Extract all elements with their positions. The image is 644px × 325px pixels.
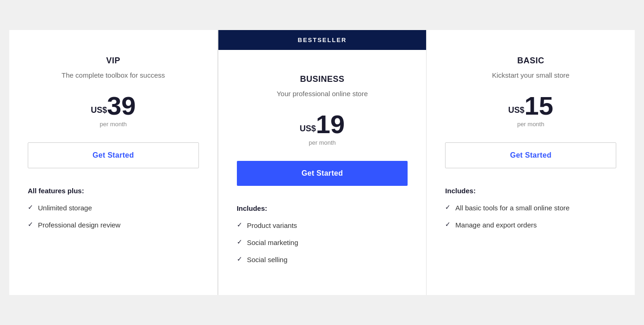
plan-basic-name: BASIC bbox=[445, 56, 616, 66]
plan-business-name: BUSINESS bbox=[237, 74, 408, 84]
feature-text: Manage and export orders bbox=[455, 220, 537, 230]
plan-vip-cta[interactable]: Get Started bbox=[28, 142, 199, 168]
plan-business-price-amount: US$ 19 bbox=[237, 111, 408, 137]
plan-business-currency: US$ bbox=[300, 124, 316, 134]
list-item: ✓ Unlimited storage bbox=[28, 203, 199, 213]
list-item: ✓ Social marketing bbox=[237, 238, 408, 247]
list-item: ✓ Product variants bbox=[237, 221, 408, 230]
plan-basic-cta[interactable]: Get Started bbox=[445, 142, 616, 168]
feature-text: Product variants bbox=[247, 221, 297, 230]
plan-business-description: Your professional online store bbox=[237, 89, 408, 98]
plan-business-number: 19 bbox=[316, 111, 345, 137]
plan-basic-number: 15 bbox=[525, 93, 553, 119]
plan-business-features: Includes: ✓ Product variants ✓ Social ma… bbox=[237, 204, 408, 272]
plan-vip-number: 39 bbox=[107, 93, 136, 119]
plan-vip-price-amount: US$ 39 bbox=[28, 93, 199, 119]
plan-vip-features: All features plus: ✓ Unlimited storage ✓… bbox=[28, 187, 199, 237]
plan-business-price-block: US$ 19 per month bbox=[237, 111, 408, 146]
plan-vip-currency: US$ bbox=[91, 105, 107, 115]
list-item: ✓ Social selling bbox=[237, 255, 408, 264]
plan-basic-price-block: US$ 15 per month bbox=[445, 93, 616, 128]
feature-text: Unlimited storage bbox=[38, 203, 92, 213]
plan-basic-description: Kickstart your small store bbox=[445, 70, 616, 80]
plan-basic-features: Includes: ✓ All basic tools for a small … bbox=[445, 187, 616, 237]
plan-business: BESTSELLER BUSINESS Your professional on… bbox=[218, 30, 427, 295]
plan-vip-features-heading: All features plus: bbox=[28, 187, 199, 195]
check-icon: ✓ bbox=[237, 255, 242, 263]
feature-text: Social selling bbox=[247, 255, 288, 264]
list-item: ✓ All basic tools for a small online sto… bbox=[445, 203, 616, 213]
plan-business-features-heading: Includes: bbox=[237, 204, 408, 212]
plan-basic-currency: US$ bbox=[508, 105, 525, 115]
plan-basic: BASIC Kickstart your small store US$ 15 … bbox=[427, 30, 635, 295]
plan-basic-features-heading: Includes: bbox=[445, 187, 616, 195]
plan-business-cta[interactable]: Get Started bbox=[237, 161, 408, 186]
check-icon: ✓ bbox=[445, 221, 451, 228]
check-icon: ✓ bbox=[28, 203, 33, 211]
check-icon: ✓ bbox=[237, 221, 242, 228]
plan-basic-price-amount: US$ 15 bbox=[445, 93, 616, 119]
feature-text: Social marketing bbox=[247, 238, 298, 247]
feature-text: All basic tools for a small online store bbox=[455, 203, 570, 213]
bestseller-badge: BESTSELLER bbox=[218, 30, 427, 50]
plan-business-period: per month bbox=[237, 139, 408, 146]
check-icon: ✓ bbox=[28, 221, 33, 228]
plan-basic-period: per month bbox=[445, 121, 616, 128]
plan-vip-period: per month bbox=[28, 121, 199, 128]
check-icon: ✓ bbox=[445, 203, 451, 211]
plan-vip-name: VIP bbox=[28, 56, 199, 66]
plan-vip: VIP The complete toolbox for success US$… bbox=[9, 30, 218, 295]
plan-vip-price-block: US$ 39 per month bbox=[28, 93, 199, 128]
plan-vip-description: The complete toolbox for success bbox=[28, 70, 199, 80]
list-item: ✓ Professional design review bbox=[28, 220, 199, 230]
pricing-container: VIP The complete toolbox for success US$… bbox=[9, 30, 635, 295]
check-icon: ✓ bbox=[237, 238, 242, 245]
list-item: ✓ Manage and export orders bbox=[445, 220, 616, 230]
feature-text: Professional design review bbox=[38, 220, 120, 230]
